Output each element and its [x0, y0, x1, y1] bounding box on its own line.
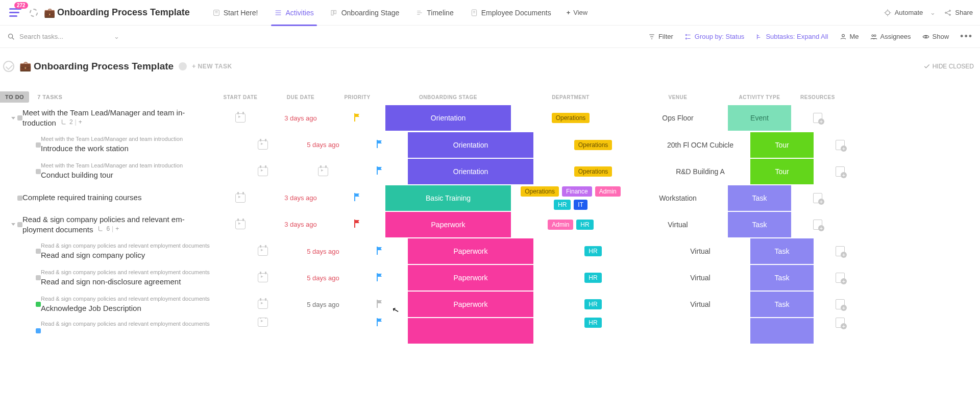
add-resource-icon[interactable]: [813, 193, 822, 203]
automate-button[interactable]: Automate ⌄: [884, 9, 936, 17]
task-row[interactable]: Read & sign company policies and relevan…: [0, 264, 980, 291]
status-square[interactable]: [36, 169, 41, 174]
status-square[interactable]: [17, 222, 22, 227]
dept-tag[interactable]: Operations: [521, 186, 559, 197]
col-start-date[interactable]: START DATE: [210, 94, 271, 100]
priority-flag-icon[interactable]: [376, 318, 384, 328]
dept-tag[interactable]: HR: [584, 318, 601, 328]
activity-type-chip[interactable]: Tour: [750, 159, 814, 184]
new-task-button[interactable]: + NEW TASK: [192, 63, 232, 70]
add-resource-icon[interactable]: [836, 166, 845, 177]
task-name[interactable]: Read and sign company policy: [41, 250, 229, 260]
search-input[interactable]: Search tasks... ⌄: [7, 33, 119, 41]
view-employee-documents[interactable]: Employee Documents: [462, 0, 559, 26]
assignees-button[interactable]: Assignees: [870, 33, 911, 40]
calendar-icon[interactable]: [258, 318, 268, 327]
status-square[interactable]: [17, 115, 22, 120]
status-square[interactable]: [36, 328, 41, 333]
activity-type-chip[interactable]: Task: [750, 292, 814, 317]
task-name[interactable]: Acknowledge Job Description: [41, 303, 229, 313]
col-resources[interactable]: RESOURCES: [792, 94, 843, 100]
task-name[interactable]: Meet with the Team Lead/Manager and team…: [22, 108, 206, 129]
due-date[interactable]: 5 days ago: [307, 301, 339, 308]
task-name[interactable]: Read & sign company policies and relevan…: [22, 214, 206, 235]
subtask-count[interactable]: 6 | +: [97, 225, 119, 233]
priority-flag-icon[interactable]: [376, 166, 384, 177]
stage-chip[interactable]: Basic Training: [385, 185, 511, 211]
task-row[interactable]: Meet with the Team Lead/Manager and team…: [0, 158, 980, 185]
add-resource-icon[interactable]: [813, 220, 822, 230]
status-square[interactable]: [36, 275, 41, 280]
calendar-icon[interactable]: [235, 220, 246, 229]
view-timeline[interactable]: Timeline: [407, 0, 461, 26]
filter-button[interactable]: Filter: [648, 33, 673, 40]
info-icon[interactable]: [179, 62, 187, 70]
task-name[interactable]: Introduce the work station: [41, 143, 229, 154]
expand-caret-icon[interactable]: [11, 117, 15, 119]
calendar-icon[interactable]: [258, 140, 268, 150]
activity-type-chip[interactable]: Task: [728, 212, 791, 237]
venue-text[interactable]: Workstation: [659, 194, 697, 202]
more-menu-button[interactable]: •••: [960, 31, 973, 42]
task-row[interactable]: Meet with the Team Lead/Manager and team…: [0, 132, 980, 158]
calendar-icon[interactable]: [258, 167, 268, 176]
task-row[interactable]: Meet with the Team Lead/Manager and team…: [0, 105, 980, 132]
col-activity-type[interactable]: ACTIVITY TYPE: [727, 94, 792, 100]
share-button[interactable]: Share: [944, 9, 973, 17]
due-date[interactable]: 3 days ago: [284, 114, 317, 122]
task-row[interactable]: Read & sign company policies and relevan…: [0, 238, 980, 264]
activity-type-chip[interactable]: Event: [728, 105, 791, 131]
task-row[interactable]: Read & sign company policies and relevan…: [0, 211, 980, 238]
status-pill-todo[interactable]: TO DO: [0, 91, 29, 103]
dept-tag[interactable]: HR: [576, 220, 593, 230]
venue-text[interactable]: R&D Building A: [676, 167, 725, 176]
status-square[interactable]: [17, 196, 22, 201]
view-activities[interactable]: Activities: [266, 0, 322, 26]
col-onboarding-stage[interactable]: ONBOARDING STAGE: [384, 94, 512, 100]
due-date[interactable]: 3 days ago: [284, 194, 317, 202]
view-onboarding-stage[interactable]: Onboarding Stage: [322, 0, 408, 26]
priority-flag-icon[interactable]: [376, 273, 384, 283]
dept-tag[interactable]: Operations: [574, 140, 612, 150]
collapse-all-icon[interactable]: [3, 61, 14, 72]
due-date[interactable]: 3 days ago: [284, 221, 317, 228]
space-title[interactable]: 💼 Onboarding Process Template: [44, 7, 190, 18]
due-date[interactable]: 5 days ago: [307, 274, 339, 282]
list-title[interactable]: 💼 Onboarding Process Template: [19, 60, 174, 72]
status-square[interactable]: [36, 302, 41, 307]
due-date[interactable]: 5 days ago: [307, 141, 339, 149]
priority-flag-icon[interactable]: [353, 219, 361, 230]
task-row[interactable]: Read & sign company policies and relevan…: [0, 291, 980, 318]
dept-tag[interactable]: IT: [574, 200, 587, 210]
dept-tag[interactable]: Finance: [562, 186, 592, 197]
status-square[interactable]: [36, 142, 41, 148]
dept-tag[interactable]: HR: [554, 200, 571, 210]
add-resource-icon[interactable]: [836, 273, 845, 283]
calendar-icon[interactable]: [235, 113, 246, 123]
activity-type-chip[interactable]: Task: [750, 265, 814, 291]
venue-text[interactable]: Ops Floor: [662, 114, 693, 122]
activity-type-chip[interactable]: Task: [750, 238, 814, 264]
venue-text[interactable]: Virtual: [668, 221, 688, 229]
task-row[interactable]: Complete required training courses3 days…: [0, 185, 980, 211]
task-row[interactable]: Read & sign company policies and relevan…: [0, 318, 980, 344]
stage-chip[interactable]: Paperwork: [408, 238, 533, 264]
menu-toggle[interactable]: 272: [7, 6, 23, 19]
add-resource-icon[interactable]: [836, 246, 845, 256]
col-department[interactable]: DEPARTMENT: [512, 94, 629, 100]
stage-chip[interactable]: [408, 318, 533, 344]
priority-flag-icon[interactable]: [353, 192, 361, 203]
task-name[interactable]: Complete required training courses: [22, 192, 206, 203]
venue-text[interactable]: 20th Fl OCM Cubicle: [667, 141, 733, 149]
stage-chip[interactable]: Paperwork: [408, 265, 533, 291]
dept-tag[interactable]: HR: [584, 273, 601, 283]
activity-type-chip[interactable]: [750, 318, 814, 344]
calendar-icon[interactable]: [318, 167, 328, 176]
stage-chip[interactable]: Paperwork: [408, 292, 533, 317]
status-square[interactable]: [36, 249, 41, 254]
task-name[interactable]: Conduct building tour: [41, 170, 229, 180]
venue-text[interactable]: Virtual: [690, 274, 710, 282]
group-by-button[interactable]: Group by: Status: [684, 33, 745, 40]
chevron-down-icon[interactable]: ⌄: [114, 33, 119, 40]
due-date[interactable]: 5 days ago: [307, 248, 339, 255]
